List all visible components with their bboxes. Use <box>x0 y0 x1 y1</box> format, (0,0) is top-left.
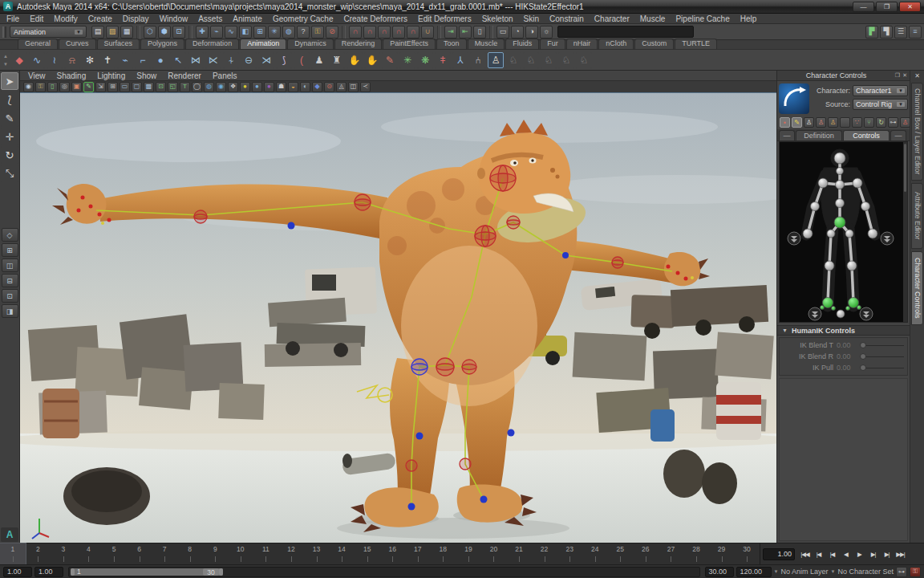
snap-view-plane-icon[interactable]: ∩ <box>407 26 419 39</box>
go-to-start-button[interactable]: |◀◀ <box>798 547 812 560</box>
menu-item[interactable]: Edit Deformers <box>418 14 472 23</box>
frame-tick[interactable]: 13 <box>304 543 330 564</box>
playback-end-field[interactable]: 30.00 <box>705 567 734 577</box>
image-plane-icon[interactable]: ▣ <box>71 82 82 92</box>
move-tool[interactable]: ✛ <box>1 128 18 145</box>
shelf-tab[interactable]: Fluids <box>505 39 539 49</box>
frame-tick[interactable]: 9 <box>203 543 229 564</box>
frame-tick[interactable]: 17 <box>405 543 431 564</box>
output-connections-icon[interactable]: ⇤ <box>459 26 472 39</box>
toggle-channel-box-icon[interactable]: ▛ <box>865 26 878 39</box>
frame-tick[interactable]: 28 <box>683 543 709 564</box>
tab-character-controls[interactable]: Character Controls <box>911 251 923 325</box>
status-line-grip[interactable] <box>2 26 6 38</box>
menu-item[interactable]: File <box>6 14 19 23</box>
single-pane-layout-button[interactable]: ◇ <box>2 228 18 242</box>
shelf-tab[interactable]: General <box>18 39 58 49</box>
mirror-joint-icon[interactable]: ⋉ <box>205 52 221 68</box>
select-surfaces-icon[interactable]: ◧ <box>239 26 252 39</box>
cc-tab[interactable]: Definition <box>796 130 842 140</box>
frame-tick[interactable]: 2 <box>26 543 51 564</box>
input-connections-icon[interactable]: ⇥ <box>444 26 457 39</box>
hik-character-tool-icon[interactable]: ♙ <box>488 52 504 68</box>
menu-item[interactable]: Geometry Cache <box>273 14 334 23</box>
motion-path-icon[interactable]: ⅄ <box>452 52 468 68</box>
open-scene-icon[interactable]: ▨ <box>106 26 119 39</box>
frame-tick[interactable]: 23 <box>557 543 582 564</box>
cc-tab[interactable]: — <box>779 130 795 140</box>
create-character-icon[interactable]: ✝ <box>99 52 116 68</box>
restore-panel-icon[interactable]: ❐ <box>895 72 900 79</box>
menu-item[interactable]: Window <box>160 14 188 23</box>
remove-joint-icon[interactable]: ⊖ <box>241 52 257 68</box>
select-hierarchy-icon[interactable]: ⬡ <box>144 26 156 39</box>
use-default-material-icon[interactable]: ❖ <box>228 82 238 92</box>
frame-tick[interactable]: 4 <box>76 543 102 564</box>
frame-tick[interactable]: 3 <box>51 543 76 564</box>
shadows-icon[interactable]: ☗ <box>276 82 286 92</box>
motion-blur-icon[interactable]: ◐ <box>300 82 310 92</box>
menu-item[interactable]: Edit <box>30 14 43 23</box>
construction-history-icon[interactable]: ▯ <box>473 26 486 39</box>
shelf-grip[interactable]: ▲▼ <box>2 52 10 68</box>
frame-tick[interactable]: 15 <box>355 543 380 564</box>
picker-scrollbar[interactable] <box>903 142 907 322</box>
divider[interactable] <box>188 26 192 39</box>
frame-tick[interactable]: 1 <box>0 543 26 564</box>
select-camera-icon[interactable]: ◉ <box>23 82 34 92</box>
joint-tool-icon[interactable]: ⌁ <box>117 52 133 68</box>
step-back-key-button[interactable]: |◀ <box>825 547 839 560</box>
multisample-icon[interactable]: ◆ <box>312 82 322 92</box>
frame-tick[interactable]: 14 <box>329 543 355 564</box>
menu-set-dropdown[interactable]: Animation ▼ <box>10 26 87 38</box>
frame-tick[interactable]: 19 <box>456 543 481 564</box>
frame-tick[interactable]: 22 <box>532 543 557 564</box>
select-handles-icon[interactable]: ✚ <box>196 26 209 39</box>
smooth-bind-icon[interactable]: ♟ <box>311 52 327 68</box>
divider[interactable] <box>840 117 850 128</box>
bookmarks-icon[interactable]: ◎ <box>59 82 70 92</box>
slider-knob[interactable] <box>860 364 866 371</box>
frame-tick[interactable]: 5 <box>101 543 127 564</box>
animation-start-field[interactable]: 1.00 <box>3 567 32 577</box>
shelf-tab[interactable]: Rendering <box>334 39 383 49</box>
ipr-render-icon[interactable]: ◑ <box>525 26 538 39</box>
panel-menu-item[interactable]: Lighting <box>97 71 125 80</box>
step-forward-frame-button[interactable]: ▶| <box>880 547 894 560</box>
quick-selection-field[interactable] <box>557 26 694 38</box>
exposure-icon[interactable]: ◫ <box>348 82 359 92</box>
slider-knob[interactable] <box>860 342 866 348</box>
menu-item[interactable]: Skin <box>524 14 539 23</box>
snap-point-icon[interactable]: ∩ <box>378 26 391 39</box>
grease-pencil-icon[interactable]: ✎ <box>83 82 94 92</box>
ik-spline-tool-icon[interactable]: ⟆ <box>276 52 292 68</box>
frame-tick[interactable]: 11 <box>253 543 279 564</box>
close-sidebar-icon[interactable]: ✕ <box>914 71 920 80</box>
open-render-view-icon[interactable]: ▭ <box>496 26 509 39</box>
scale-key-tool-icon[interactable]: ≀ <box>47 52 63 68</box>
slider-knob[interactable] <box>860 353 866 360</box>
ambient-occlusion-icon[interactable]: ◒ <box>288 82 298 92</box>
range-slider-track[interactable]: 1 30 <box>68 567 700 577</box>
ghost-selected-icon[interactable]: ♘ <box>505 52 521 68</box>
source-dropdown[interactable]: Control Rig ▼ <box>853 99 908 110</box>
menu-item[interactable]: Constrain <box>549 14 584 23</box>
maximize-button[interactable]: ❐ <box>876 2 898 12</box>
frame-tick[interactable]: 24 <box>582 543 608 564</box>
menu-item[interactable]: Assets <box>198 14 222 23</box>
menu-item[interactable]: Help <box>740 14 757 23</box>
auto-keyframe-icon[interactable]: ⚿ <box>910 567 921 577</box>
shelf-tab[interactable]: Deformation <box>185 39 239 49</box>
cc-tab[interactable]: Controls <box>843 130 890 140</box>
rigid-bind-icon[interactable]: ♜ <box>329 52 345 68</box>
pin-icon[interactable]: ⊶ <box>888 117 898 128</box>
frame-tick[interactable]: 25 <box>608 543 634 564</box>
character-set-icon[interactable]: ✻ <box>82 52 98 68</box>
shelf-tab[interactable]: Curves <box>59 39 96 49</box>
motion-trail-icon[interactable]: ♘ <box>558 52 574 68</box>
select-misc-icon[interactable]: ? <box>297 26 310 39</box>
frame-tick[interactable]: 12 <box>278 543 304 564</box>
gamma-icon[interactable]: ≺ <box>360 82 371 92</box>
menu-item[interactable]: Skeleton <box>482 14 513 23</box>
select-tool[interactable]: ➤ <box>1 72 18 90</box>
